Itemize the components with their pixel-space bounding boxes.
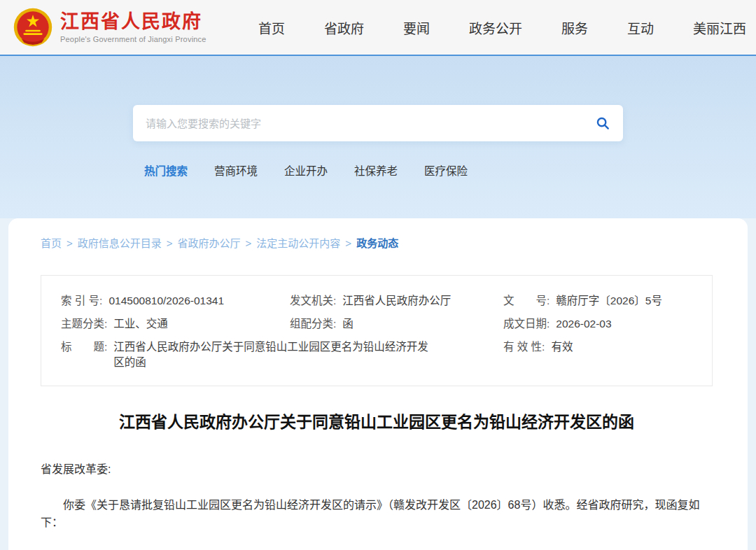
meta-issue-date: 成文日期: 2026-02-03 xyxy=(503,316,698,332)
nav-item-provincial-gov[interactable]: 省政府 xyxy=(324,18,364,37)
meta-document-title: 标 题: 江西省人民政府办公厅关于同意铅山工业园区更名为铅山经济开发区的函 xyxy=(61,339,503,370)
nav-item-news[interactable]: 要闻 xyxy=(403,18,430,37)
hot-keyword-start-business[interactable]: 企业开办 xyxy=(284,162,328,178)
meta-issuing-label: 发文机关: xyxy=(290,293,336,309)
hot-search-label[interactable]: 热门搜索 xyxy=(144,162,188,178)
document-meta-table: 索 引 号: 014500810/2026-01341 发文机关: 江西省人民政… xyxy=(41,275,713,386)
meta-group-value: 函 xyxy=(342,316,354,332)
meta-date-value: 2026-02-03 xyxy=(556,316,611,332)
meta-group-category: 组配分类: 函 xyxy=(290,316,503,332)
site-name-english: People's Government of Jiangxi Province xyxy=(60,35,206,43)
document-title: 江西省人民政府办公厅关于同意铅山工业园区更名为铅山经济开发区的函 xyxy=(41,409,713,432)
nav-item-services[interactable]: 服务 xyxy=(561,18,588,37)
site-title-block: 江西省人民政府 People's Government of Jiangxi P… xyxy=(60,11,206,43)
paragraph-salutation: 省发展改革委: xyxy=(41,460,713,479)
search-banner: 热门搜索 营商环境 企业开办 社保养老 医疗保险 xyxy=(0,56,756,218)
meta-doc-number: 文 号: 赣府厅字〔2026〕5号 xyxy=(503,293,698,309)
breadcrumb-home[interactable]: 首页 xyxy=(41,237,62,249)
breadcrumb-statutory-disclosure[interactable]: 法定主动公开内容 xyxy=(256,237,340,249)
nav-item-beautiful-jiangxi[interactable]: 美丽江西 xyxy=(693,18,746,37)
meta-doc-number-label: 文 号: xyxy=(503,293,550,309)
meta-validity-label: 有 效 性: xyxy=(503,339,545,370)
nav-item-gov-affairs[interactable]: 政务公开 xyxy=(469,18,522,37)
meta-validity-value: 有效 xyxy=(551,339,573,370)
meta-theme-label: 主题分类: xyxy=(61,316,107,332)
breadcrumb-current-gov-dynamics: 政务动态 xyxy=(356,237,398,249)
meta-index-label: 索 引 号: xyxy=(61,293,102,309)
meta-issuing-agency: 发文机关: 江西省人民政府办公厅 xyxy=(290,293,503,309)
main-nav: 首页 省政府 要闻 政务公开 服务 互动 美丽江西 xyxy=(258,18,746,37)
breadcrumb-general-office[interactable]: 省政府办公厅 xyxy=(178,237,241,249)
breadcrumb: 首页>政府信息公开目录>省政府办公厅>法定主动公开内容>政务动态 xyxy=(41,235,713,250)
breadcrumb-separator: > xyxy=(246,237,252,249)
site-logo[interactable]: 江西省人民政府 People's Government of Jiangxi P… xyxy=(13,7,206,48)
meta-theme-value: 工业、交通 xyxy=(113,316,168,332)
main-area: 首页>政府信息公开目录>省政府办公厅>法定主动公开内容>政务动态 索 引 号: … xyxy=(0,218,756,550)
meta-index-value: 014500810/2026-01341 xyxy=(108,293,224,309)
meta-doc-number-value: 赣府厅字〔2026〕5号 xyxy=(556,293,662,309)
document-body: 省发展改革委: 你委《关于恳请批复铅山工业园区更名为铅山经济开发区的请示》（赣发… xyxy=(41,460,713,550)
hot-keyword-medical-insurance[interactable]: 医疗保险 xyxy=(424,162,468,178)
meta-title-value: 江西省人民政府办公厅关于同意铅山工业园区更名为铅山经济开发区的函 xyxy=(113,339,430,370)
meta-theme-category: 主题分类: 工业、交通 xyxy=(61,316,290,332)
meta-issuing-value: 江西省人民政府办公厅 xyxy=(342,293,451,309)
breadcrumb-separator: > xyxy=(167,237,173,249)
nav-item-interaction[interactable]: 互动 xyxy=(627,18,654,37)
meta-group-label: 组配分类: xyxy=(290,316,336,332)
meta-date-label: 成文日期: xyxy=(503,316,550,332)
hot-keyword-business-environment[interactable]: 营商环境 xyxy=(214,162,258,178)
hot-keyword-social-security[interactable]: 社保养老 xyxy=(354,162,398,178)
site-name: 江西省人民政府 xyxy=(60,11,206,33)
paragraph-intro: 你委《关于恳请批复铅山工业园区更名为铅山经济开发区的请示》（赣发改开发区〔202… xyxy=(41,496,713,532)
meta-validity: 有 效 性: 有效 xyxy=(503,339,698,370)
search-icon[interactable] xyxy=(595,115,610,131)
hot-search-row: 热门搜索 营商环境 企业开办 社保养老 医疗保险 xyxy=(133,162,623,178)
search-box xyxy=(133,105,623,141)
site-header: 江西省人民政府 People's Government of Jiangxi P… xyxy=(0,0,756,56)
meta-index-number: 索 引 号: 014500810/2026-01341 xyxy=(61,293,290,309)
content-card: 首页>政府信息公开目录>省政府办公厅>法定主动公开内容>政务动态 索 引 号: … xyxy=(8,218,748,550)
breadcrumb-separator: > xyxy=(345,237,351,249)
meta-title-label: 标 题: xyxy=(61,339,107,370)
nav-item-home[interactable]: 首页 xyxy=(258,18,285,37)
breadcrumb-separator: > xyxy=(66,237,73,249)
search-input[interactable] xyxy=(146,118,595,129)
national-emblem-icon xyxy=(13,7,53,48)
breadcrumb-info-catalog[interactable]: 政府信息公开目录 xyxy=(78,237,162,249)
